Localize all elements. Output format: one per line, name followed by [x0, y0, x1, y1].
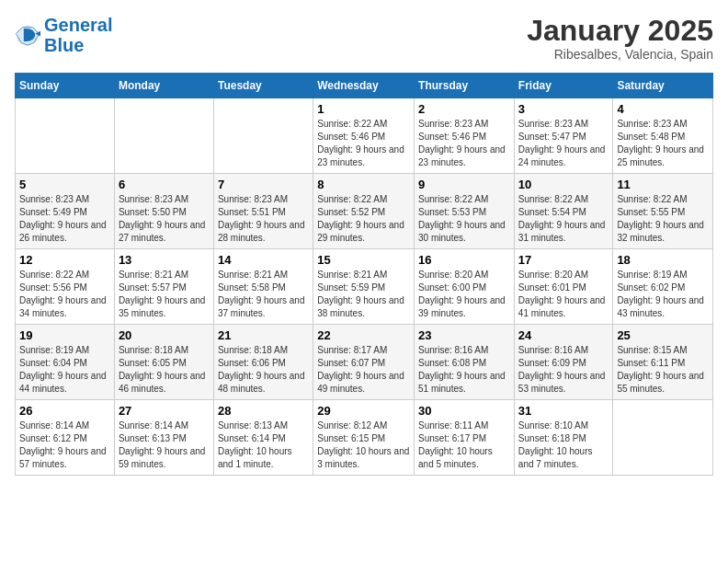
day-number: 2	[418, 102, 510, 116]
cell-info: Sunrise: 8:23 AM Sunset: 5:47 PM Dayligh…	[518, 118, 609, 169]
page-header: General Blue January 2025 Ribesalbes, Va…	[15, 15, 713, 62]
calendar-cell: 31Sunrise: 8:10 AM Sunset: 6:18 PM Dayli…	[514, 400, 613, 476]
day-number: 30	[418, 404, 510, 418]
day-number: 29	[317, 404, 410, 418]
cell-info: Sunrise: 8:15 AM Sunset: 6:11 PM Dayligh…	[617, 344, 709, 396]
cell-info: Sunrise: 8:19 AM Sunset: 6:04 PM Dayligh…	[19, 344, 110, 396]
day-number: 14	[218, 253, 309, 267]
day-number: 31	[518, 404, 609, 418]
logo-text: General Blue	[44, 15, 112, 55]
day-header-tuesday: Tuesday	[213, 74, 313, 98]
cell-info: Sunrise: 8:22 AM Sunset: 5:56 PM Dayligh…	[19, 269, 110, 320]
calendar-cell	[613, 400, 713, 476]
calendar-cell: 30Sunrise: 8:11 AM Sunset: 6:17 PM Dayli…	[415, 400, 515, 476]
logo: General Blue	[15, 15, 112, 55]
cell-info: Sunrise: 8:23 AM Sunset: 5:49 PM Dayligh…	[19, 193, 110, 245]
day-number: 22	[317, 328, 410, 342]
calendar-week-3: 12Sunrise: 8:22 AM Sunset: 5:56 PM Dayli…	[16, 249, 713, 325]
day-number: 13	[119, 253, 210, 267]
calendar-cell	[213, 98, 313, 174]
calendar-cell: 5Sunrise: 8:23 AM Sunset: 5:49 PM Daylig…	[16, 174, 115, 249]
calendar-cell: 14Sunrise: 8:21 AM Sunset: 5:58 PM Dayli…	[213, 249, 313, 325]
day-number: 20	[119, 328, 210, 342]
cell-info: Sunrise: 8:22 AM Sunset: 5:55 PM Dayligh…	[617, 193, 709, 245]
day-number: 4	[617, 102, 709, 116]
day-number: 27	[119, 404, 210, 418]
day-number: 24	[518, 328, 609, 342]
day-number: 7	[218, 178, 309, 191]
cell-info: Sunrise: 8:21 AM Sunset: 5:57 PM Dayligh…	[119, 269, 210, 320]
day-number: 15	[317, 253, 410, 267]
day-header-friday: Friday	[514, 74, 613, 98]
day-number: 21	[218, 328, 309, 342]
day-header-thursday: Thursday	[415, 74, 515, 98]
cell-info: Sunrise: 8:14 AM Sunset: 6:12 PM Dayligh…	[19, 419, 110, 471]
cell-info: Sunrise: 8:19 AM Sunset: 6:02 PM Dayligh…	[617, 269, 709, 320]
calendar-cell: 23Sunrise: 8:16 AM Sunset: 6:08 PM Dayli…	[415, 325, 515, 400]
day-number: 6	[119, 178, 210, 191]
day-number: 28	[218, 404, 309, 418]
location-subtitle: Ribesalbes, Valencia, Spain	[527, 47, 713, 62]
calendar-cell: 1Sunrise: 8:22 AM Sunset: 5:46 PM Daylig…	[313, 98, 415, 174]
calendar-cell: 15Sunrise: 8:21 AM Sunset: 5:59 PM Dayli…	[313, 249, 415, 325]
cell-info: Sunrise: 8:23 AM Sunset: 5:50 PM Dayligh…	[119, 193, 210, 245]
day-number: 10	[518, 178, 609, 191]
calendar-cell: 24Sunrise: 8:16 AM Sunset: 6:09 PM Dayli…	[514, 325, 613, 400]
cell-info: Sunrise: 8:22 AM Sunset: 5:53 PM Dayligh…	[418, 193, 510, 245]
day-number: 18	[617, 253, 709, 267]
cell-info: Sunrise: 8:22 AM Sunset: 5:54 PM Dayligh…	[518, 193, 609, 245]
cell-info: Sunrise: 8:20 AM Sunset: 6:00 PM Dayligh…	[418, 269, 510, 320]
month-title: January 2025	[527, 15, 713, 47]
cell-info: Sunrise: 8:23 AM Sunset: 5:51 PM Dayligh…	[218, 193, 309, 245]
day-header-saturday: Saturday	[613, 74, 713, 98]
cell-info: Sunrise: 8:18 AM Sunset: 6:05 PM Dayligh…	[119, 344, 210, 396]
logo-icon	[15, 22, 40, 48]
day-number: 19	[19, 328, 110, 342]
cell-info: Sunrise: 8:11 AM Sunset: 6:17 PM Dayligh…	[418, 419, 510, 471]
calendar-cell	[16, 98, 115, 174]
day-number: 17	[518, 253, 609, 267]
day-number: 25	[617, 328, 709, 342]
calendar-cell: 12Sunrise: 8:22 AM Sunset: 5:56 PM Dayli…	[16, 249, 115, 325]
day-number: 12	[19, 253, 110, 267]
calendar-cell: 7Sunrise: 8:23 AM Sunset: 5:51 PM Daylig…	[213, 174, 313, 249]
cell-info: Sunrise: 8:12 AM Sunset: 6:15 PM Dayligh…	[317, 419, 410, 471]
calendar-week-4: 19Sunrise: 8:19 AM Sunset: 6:04 PM Dayli…	[16, 325, 713, 400]
calendar-cell: 27Sunrise: 8:14 AM Sunset: 6:13 PM Dayli…	[114, 400, 213, 476]
calendar-cell: 11Sunrise: 8:22 AM Sunset: 5:55 PM Dayli…	[613, 174, 713, 249]
calendar-cell: 3Sunrise: 8:23 AM Sunset: 5:47 PM Daylig…	[514, 98, 613, 174]
calendar-cell	[114, 98, 213, 174]
cell-info: Sunrise: 8:14 AM Sunset: 6:13 PM Dayligh…	[119, 419, 210, 471]
day-number: 1	[317, 102, 410, 116]
day-header-wednesday: Wednesday	[313, 74, 415, 98]
calendar-cell: 21Sunrise: 8:18 AM Sunset: 6:06 PM Dayli…	[213, 325, 313, 400]
calendar-cell: 13Sunrise: 8:21 AM Sunset: 5:57 PM Dayli…	[114, 249, 213, 325]
cell-info: Sunrise: 8:17 AM Sunset: 6:07 PM Dayligh…	[317, 344, 410, 396]
calendar-cell: 4Sunrise: 8:23 AM Sunset: 5:48 PM Daylig…	[613, 98, 713, 174]
calendar-cell: 28Sunrise: 8:13 AM Sunset: 6:14 PM Dayli…	[213, 400, 313, 476]
calendar-cell: 2Sunrise: 8:23 AM Sunset: 5:46 PM Daylig…	[415, 98, 515, 174]
day-number: 3	[518, 102, 609, 116]
calendar-week-2: 5Sunrise: 8:23 AM Sunset: 5:49 PM Daylig…	[16, 174, 713, 249]
cell-info: Sunrise: 8:18 AM Sunset: 6:06 PM Dayligh…	[218, 344, 309, 396]
cell-info: Sunrise: 8:22 AM Sunset: 5:46 PM Dayligh…	[317, 118, 410, 169]
day-number: 26	[19, 404, 110, 418]
calendar-cell: 6Sunrise: 8:23 AM Sunset: 5:50 PM Daylig…	[114, 174, 213, 249]
cell-info: Sunrise: 8:23 AM Sunset: 5:48 PM Dayligh…	[617, 118, 709, 169]
cell-info: Sunrise: 8:16 AM Sunset: 6:09 PM Dayligh…	[518, 344, 609, 396]
day-header-monday: Monday	[114, 74, 213, 98]
calendar-week-5: 26Sunrise: 8:14 AM Sunset: 6:12 PM Dayli…	[16, 400, 713, 476]
cell-info: Sunrise: 8:13 AM Sunset: 6:14 PM Dayligh…	[218, 419, 309, 471]
calendar-cell: 19Sunrise: 8:19 AM Sunset: 6:04 PM Dayli…	[16, 325, 115, 400]
day-number: 8	[317, 178, 410, 191]
day-number: 23	[418, 328, 510, 342]
calendar-cell: 22Sunrise: 8:17 AM Sunset: 6:07 PM Dayli…	[313, 325, 415, 400]
calendar-cell: 26Sunrise: 8:14 AM Sunset: 6:12 PM Dayli…	[16, 400, 115, 476]
cell-info: Sunrise: 8:16 AM Sunset: 6:08 PM Dayligh…	[418, 344, 510, 396]
calendar-cell: 16Sunrise: 8:20 AM Sunset: 6:00 PM Dayli…	[415, 249, 515, 325]
calendar-body: 1Sunrise: 8:22 AM Sunset: 5:46 PM Daylig…	[16, 98, 713, 476]
day-number: 16	[418, 253, 510, 267]
day-number: 9	[418, 178, 510, 191]
title-block: January 2025 Ribesalbes, Valencia, Spain	[527, 15, 713, 62]
calendar-week-1: 1Sunrise: 8:22 AM Sunset: 5:46 PM Daylig…	[16, 98, 713, 174]
